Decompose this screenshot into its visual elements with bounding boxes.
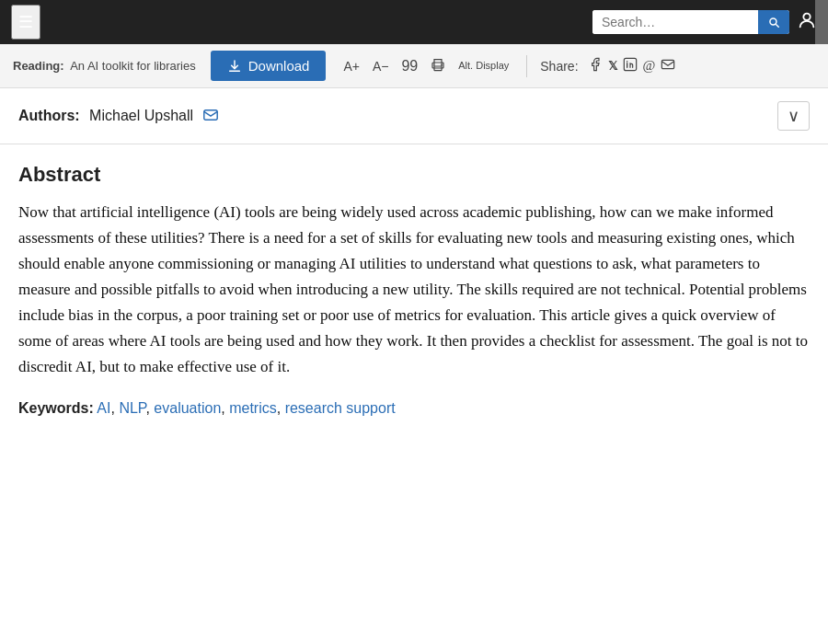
collapse-authors-button[interactable]: ∨ xyxy=(777,101,810,131)
keywords-label: Keywords: xyxy=(18,400,94,416)
share-label: Share: xyxy=(540,59,578,74)
abstract-body: Now that artificial intelligence (AI) to… xyxy=(18,200,810,380)
quote-button[interactable]: 99 xyxy=(397,54,422,78)
svg-rect-6 xyxy=(203,110,216,120)
download-icon xyxy=(227,59,242,74)
svg-point-0 xyxy=(803,13,810,19)
svg-point-3 xyxy=(442,64,443,65)
text-size-actions: A+ A− 99 Alt. Display xyxy=(339,53,513,78)
search-box xyxy=(592,10,789,34)
font-decrease-button[interactable]: A− xyxy=(368,55,394,77)
nav-edge-tab xyxy=(815,0,828,44)
font-increase-button[interactable]: A+ xyxy=(339,55,364,77)
reading-label: Reading: An AI toolkit for libraries xyxy=(13,59,196,73)
reading-toolbar: Reading: An AI toolkit for libraries Dow… xyxy=(0,44,828,88)
article-content: Abstract Now that artificial intelligenc… xyxy=(0,144,828,435)
twitter-share-icon[interactable]: 𝕏 xyxy=(608,59,617,73)
search-input[interactable] xyxy=(592,10,758,34)
mastodon-share-icon[interactable]: @ xyxy=(643,58,656,74)
keywords-list: AI, NLP, evaluation, metrics, research s… xyxy=(97,400,395,416)
authors-info: Authors: Michael Upshall xyxy=(18,108,218,124)
keyword-ai[interactable]: AI xyxy=(97,400,110,416)
alt-display-button[interactable]: Alt. Display xyxy=(454,56,513,75)
keyword-nlp[interactable]: NLP xyxy=(119,400,145,416)
keywords-section: Keywords: AI, NLP, evaluation, metrics, … xyxy=(18,400,810,417)
print-button[interactable] xyxy=(426,53,450,78)
search-button[interactable] xyxy=(758,10,789,34)
facebook-share-icon[interactable] xyxy=(588,57,603,75)
svg-rect-5 xyxy=(662,60,674,68)
email-share-icon[interactable] xyxy=(661,57,675,75)
abstract-heading: Abstract xyxy=(18,163,810,187)
print-icon xyxy=(431,57,445,72)
download-button[interactable]: Download xyxy=(211,51,327,81)
user-account-icon[interactable] xyxy=(797,10,817,35)
author-email-icon[interactable] xyxy=(203,109,218,123)
keyword-metrics[interactable]: metrics xyxy=(229,400,277,416)
nav-right-actions xyxy=(592,10,817,35)
keyword-evaluation[interactable]: evaluation xyxy=(154,400,221,416)
authors-label: Authors: xyxy=(18,108,80,123)
authors-name: Michael Upshall xyxy=(89,108,193,123)
social-share-icons: 𝕏 @ xyxy=(588,57,676,75)
hamburger-menu-button[interactable]: ☰ xyxy=(11,5,40,40)
toolbar-separator xyxy=(526,55,527,77)
keyword-research-support[interactable]: research support xyxy=(285,400,396,416)
top-navigation: ☰ xyxy=(0,0,828,44)
authors-section: Authors: Michael Upshall ∨ xyxy=(0,88,828,144)
search-icon xyxy=(767,16,780,29)
linkedin-share-icon[interactable] xyxy=(623,57,638,75)
